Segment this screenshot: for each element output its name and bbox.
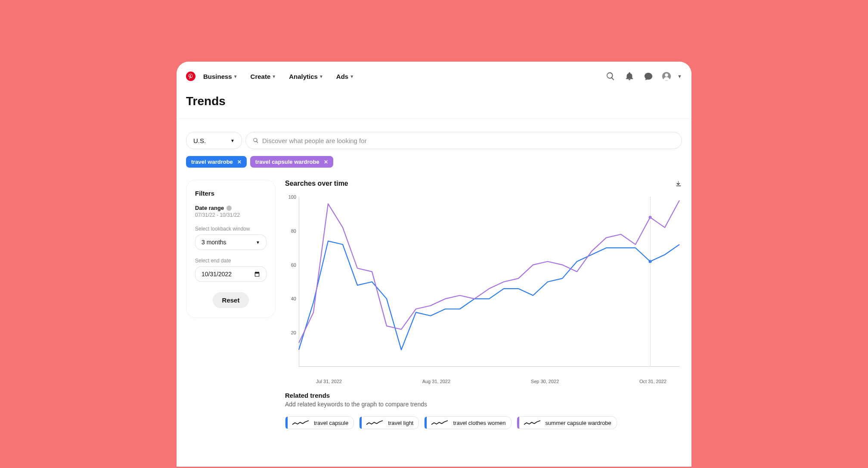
chat-icon[interactable] bbox=[643, 71, 654, 82]
chart-area: Searches over time 20406080100 Jul 31, 2… bbox=[285, 180, 682, 429]
related-chip-label: travel capsule bbox=[314, 420, 348, 426]
sparkline-icon bbox=[523, 419, 542, 426]
nav-business[interactable]: Business ▼ bbox=[198, 69, 243, 84]
chip-color-bar bbox=[425, 417, 427, 429]
related-chips: travel capsuletravel lighttravel clothes… bbox=[285, 416, 682, 429]
calendar-icon bbox=[254, 271, 260, 277]
chevron-down-icon: ▼ bbox=[256, 240, 260, 245]
search-input[interactable] bbox=[262, 137, 675, 144]
sparkline-icon bbox=[291, 419, 310, 426]
line-series bbox=[299, 200, 679, 343]
related-chip[interactable]: summer capsule wardrobe bbox=[517, 416, 617, 429]
chart-header: Searches over time bbox=[285, 180, 682, 187]
chevron-down-icon: ▼ bbox=[272, 74, 276, 79]
chevron-down-icon: ▼ bbox=[350, 74, 354, 79]
chart-plot bbox=[299, 194, 679, 367]
chevron-down-icon: ▼ bbox=[233, 74, 238, 79]
svg-point-1 bbox=[665, 74, 668, 77]
info-icon[interactable] bbox=[226, 206, 232, 211]
end-date-value: 10/31/2022 bbox=[202, 271, 232, 278]
chip-travel-capsule-wardrobe[interactable]: travel capsule wardrobe ✕ bbox=[250, 156, 333, 168]
y-axis-labels: 20406080100 bbox=[285, 194, 296, 367]
chevron-down-icon: ▼ bbox=[230, 138, 235, 143]
related-chip-label: travel clothes women bbox=[453, 420, 505, 426]
active-chips: travel wardrobe ✕ travel capsule wardrob… bbox=[177, 156, 691, 176]
search-icon bbox=[253, 137, 259, 144]
chip-color-bar bbox=[517, 417, 519, 429]
related-chip-label: travel light bbox=[388, 420, 413, 426]
reset-button[interactable]: Reset bbox=[213, 292, 249, 308]
chip-travel-wardrobe[interactable]: travel wardrobe ✕ bbox=[186, 156, 247, 168]
chevron-down-icon: ▼ bbox=[319, 74, 323, 79]
nav-label: Create bbox=[251, 73, 271, 80]
chip-label: travel capsule wardrobe bbox=[255, 159, 319, 165]
related-title: Related trends bbox=[285, 392, 682, 399]
app-window: Business ▼ Create ▼ Analytics ▼ Ads ▼ bbox=[177, 62, 691, 467]
lookback-select[interactable]: 3 months ▼ bbox=[195, 234, 267, 250]
controls-row: U.S. ▼ bbox=[177, 119, 691, 156]
page-title: Trends bbox=[177, 91, 691, 119]
search-icon[interactable] bbox=[605, 71, 616, 82]
avatar-icon[interactable] bbox=[662, 71, 671, 82]
close-icon[interactable]: ✕ bbox=[324, 159, 328, 165]
chip-label: travel wardrobe bbox=[191, 159, 233, 165]
nav-label: Business bbox=[203, 73, 232, 80]
nav-analytics[interactable]: Analytics ▼ bbox=[284, 69, 329, 84]
sparkline-icon bbox=[431, 419, 450, 426]
topbar: Business ▼ Create ▼ Analytics ▼ Ads ▼ bbox=[177, 62, 691, 91]
chip-color-bar bbox=[285, 417, 288, 429]
date-range-label: Date range bbox=[195, 205, 267, 211]
chevron-down-icon[interactable]: ▼ bbox=[677, 74, 682, 79]
x-tick: Aug 31, 2022 bbox=[422, 379, 450, 384]
x-axis-labels: Jul 31, 2022Aug 31, 2022Sep 30, 2022Oct … bbox=[299, 379, 679, 384]
x-tick: Oct 31, 2022 bbox=[639, 379, 666, 384]
region-select[interactable]: U.S. ▼ bbox=[186, 132, 242, 149]
filters-card: Filters Date range 07/31/22 - 10/31/22 S… bbox=[186, 180, 276, 318]
y-tick: 40 bbox=[291, 296, 296, 301]
related-chip-label: summer capsule wardrobe bbox=[546, 420, 611, 426]
chip-color-bar bbox=[360, 417, 362, 429]
search-field[interactable] bbox=[245, 132, 682, 149]
related-section: Related trends Add related keywords to t… bbox=[285, 392, 682, 429]
y-tick: 100 bbox=[288, 194, 296, 200]
nav-create[interactable]: Create ▼ bbox=[245, 69, 282, 84]
related-chip[interactable]: travel light bbox=[359, 416, 419, 429]
end-date-input[interactable]: 10/31/2022 bbox=[195, 266, 267, 282]
lookback-value: 3 months bbox=[202, 239, 226, 246]
date-range-value: 07/31/22 - 10/31/22 bbox=[195, 212, 267, 218]
chart-box: 20406080100 bbox=[285, 194, 682, 375]
related-subtitle: Add related keywords to the graph to com… bbox=[285, 401, 682, 408]
line-series bbox=[299, 241, 679, 349]
nav-ads[interactable]: Ads ▼ bbox=[331, 69, 359, 84]
nav-label: Ads bbox=[336, 73, 348, 80]
lookback-label: Select lookback window bbox=[195, 226, 267, 232]
nav-label: Analytics bbox=[289, 73, 318, 80]
download-icon[interactable] bbox=[675, 180, 682, 187]
sparkline-icon bbox=[366, 419, 384, 426]
filters-title: Filters bbox=[195, 190, 267, 197]
bell-icon[interactable] bbox=[624, 71, 635, 82]
related-chip[interactable]: travel capsule bbox=[285, 416, 354, 429]
y-tick: 80 bbox=[291, 228, 296, 234]
x-tick: Sep 30, 2022 bbox=[531, 379, 559, 384]
pinterest-logo bbox=[186, 72, 195, 81]
x-tick: Jul 31, 2022 bbox=[316, 379, 342, 384]
y-tick: 20 bbox=[291, 330, 296, 335]
end-date-label: Select end date bbox=[195, 258, 267, 264]
close-icon[interactable]: ✕ bbox=[237, 159, 242, 165]
y-tick: 60 bbox=[291, 262, 296, 268]
region-label: U.S. bbox=[193, 137, 206, 144]
content-row: Filters Date range 07/31/22 - 10/31/22 S… bbox=[177, 176, 691, 433]
related-chip[interactable]: travel clothes women bbox=[424, 416, 511, 429]
chart-title: Searches over time bbox=[285, 180, 348, 187]
